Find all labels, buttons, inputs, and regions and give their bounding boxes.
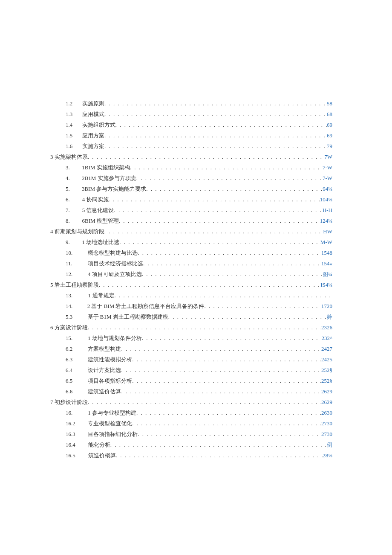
toc-entry-page: IS4⅛ bbox=[320, 279, 332, 290]
toc-entry-number: 6.2 bbox=[66, 343, 86, 354]
toc-leader-dots bbox=[99, 279, 320, 290]
toc-entry-page: 69 bbox=[327, 119, 332, 130]
toc-entry: 5.3BIM 参与方实施能力要求 94⅛ bbox=[50, 183, 332, 194]
toc-entry-label: 1 参与专业模型构建 bbox=[88, 407, 136, 418]
toc-entry-page: M-W bbox=[320, 237, 332, 247]
toc-entry-page: 图¼ bbox=[323, 269, 332, 279]
toc-leader-dots bbox=[88, 151, 324, 162]
toc-leader-dots bbox=[104, 98, 327, 109]
toc-entry-label: 专业模型检查优化 bbox=[88, 418, 132, 429]
toc-leader-dots bbox=[121, 386, 321, 397]
toc-entry-page: 2425 bbox=[321, 354, 332, 365]
toc-entry: 6.4设计方案比选 252§ bbox=[50, 365, 332, 375]
toc-entry-number: 8. bbox=[66, 215, 80, 226]
toc-leader-dots bbox=[136, 173, 323, 183]
toc-entry-number: 1.6 bbox=[66, 141, 80, 151]
toc-entry-number: 1.3 bbox=[66, 109, 80, 119]
toc-entry-label: 应用模式 bbox=[82, 109, 104, 119]
toc-entry-page: 2730 bbox=[321, 418, 332, 429]
toc-entry: 8.6BIM 模型管理 124⅛ bbox=[50, 215, 332, 226]
toc-entry-label: 4 前期策划与规划阶段 bbox=[50, 226, 104, 237]
toc-entry-label: 项目技术经济指标比选 bbox=[88, 258, 143, 269]
toc-entry-label: 5 岩土工程勘察阶段 bbox=[50, 279, 99, 290]
toc-entry-label: 建筑性能模拟分析 bbox=[88, 354, 132, 365]
toc-entry: 4 前期策划与规划阶段 HW bbox=[50, 226, 332, 237]
toc-entry-label: 7 初步设计阶段 bbox=[50, 397, 88, 407]
toc-leader-dots bbox=[88, 397, 321, 407]
toc-entry-label: 2 基于 BIM 岩土工程勘察信息平台应具备的条件 bbox=[87, 301, 205, 311]
toc-entry-number: 10. bbox=[66, 247, 86, 258]
toc-entry: 16.1 参与专业模型构建 2630 bbox=[50, 407, 332, 418]
toc-leader-dots bbox=[121, 365, 321, 375]
toc-leader-dots bbox=[104, 141, 327, 151]
toc-entry: 5.3基于 B1M 岩土工程勘察数据建模 妗 bbox=[50, 311, 332, 322]
toc-leader-dots bbox=[130, 162, 323, 173]
toc-entry-label: 实施方案 bbox=[82, 141, 104, 151]
toc-entry-label: 概念模型构建与比选 bbox=[88, 247, 138, 258]
toc-leader-dots bbox=[109, 194, 320, 205]
toc-entry-number: 7. bbox=[66, 205, 80, 215]
toc-leader-dots bbox=[110, 439, 327, 450]
toc-entry-number: 14. bbox=[66, 301, 86, 311]
toc-entry-label: 1 通常规定 bbox=[88, 290, 115, 301]
toc-leader-dots bbox=[119, 215, 320, 226]
toc-entry-page: 1720 bbox=[321, 301, 332, 311]
toc-entry-page: 58 bbox=[327, 98, 332, 109]
toc-entry-label: 6BIM 模型管理 bbox=[82, 215, 119, 226]
toc-entry-label: 实施原则 bbox=[82, 98, 104, 109]
toc-entry-label: 1 场地与规划条件分析 bbox=[88, 333, 142, 343]
toc-entry: 1.2实施原则58 bbox=[50, 98, 332, 109]
toc-entry: 6.6建筑造价估算 2629 bbox=[50, 386, 332, 397]
toc-entry-number: 5. bbox=[66, 183, 80, 194]
toc-entry-label: 4 协同实施 bbox=[82, 194, 109, 205]
toc-leader-dots bbox=[132, 354, 321, 365]
toc-leader-dots bbox=[88, 322, 321, 333]
toc-entry: 7 初步设计阶段 2629 bbox=[50, 397, 332, 407]
toc-entry-number: 3. bbox=[66, 162, 80, 173]
toc-leader-dots bbox=[146, 183, 323, 194]
toc-leader-dots bbox=[143, 258, 321, 269]
toc-entry-label: 建筑造价估算 bbox=[88, 386, 121, 397]
toc-entry: 6.3建筑性能模拟分析 2425 bbox=[50, 354, 332, 365]
toc-leader-dots bbox=[204, 301, 321, 311]
toc-entry-page: 2730 bbox=[321, 429, 332, 439]
toc-entry-number: 6.3 bbox=[66, 354, 86, 365]
toc-entry-number: 5.3 bbox=[66, 311, 86, 322]
toc-entry-page: 232^ bbox=[321, 333, 332, 343]
toc-entry-number: 16.5 bbox=[66, 450, 86, 461]
toc-entry: 6.5项目各项指标分析 252§ bbox=[50, 375, 332, 386]
toc-leader-dots bbox=[114, 205, 322, 215]
toc-entry-number: 4. bbox=[66, 173, 80, 183]
toc-entry: 1.6实施方案79 bbox=[50, 141, 332, 151]
toc-entry-number: 1.5 bbox=[66, 130, 80, 141]
toc-entry-number: 15. bbox=[66, 333, 86, 343]
toc-entry-page: 2326 bbox=[321, 322, 332, 333]
toc-entry-label: 6 方案设计阶段 bbox=[50, 322, 88, 333]
toc-entry: 3 实施架构体系 7W bbox=[50, 151, 332, 162]
toc-entry-page: 94⅛ bbox=[323, 183, 332, 194]
toc-entry-number: 9. bbox=[66, 237, 80, 247]
toc-entry: 9.1 场地选址比选 M-W bbox=[50, 237, 332, 247]
toc-leader-dots bbox=[142, 333, 322, 343]
toc-leader-dots bbox=[115, 119, 327, 130]
toc-entry: 16.2专业模型检查优化2730 bbox=[50, 418, 332, 429]
toc-entry: 1.3应用模式68 bbox=[50, 109, 332, 119]
toc-entry-label: 实施组织方式 bbox=[82, 119, 115, 130]
toc-entry: 1.4实施组织方式69 bbox=[50, 119, 332, 130]
toc-entry-label: 4 项目可研及立项比选 bbox=[88, 269, 142, 279]
toc-entry-number: 16.3 bbox=[66, 429, 86, 439]
toc-leader-dots bbox=[104, 109, 327, 119]
toc-leader-dots bbox=[168, 311, 327, 322]
toc-entry: 11.项目技术经济指标比选154« bbox=[50, 258, 332, 269]
toc-entry-number: 11. bbox=[66, 258, 86, 269]
toc-entry-label: 设计方案比选 bbox=[88, 365, 121, 375]
toc-entry-number: 16.2 bbox=[66, 418, 86, 429]
toc-entry-page: 妗 bbox=[327, 311, 332, 322]
toc-list: 1.2实施原则581.3应用模式681.4实施组织方式691.5应用方案691.… bbox=[50, 98, 332, 461]
toc-entry-label: 1 场地选址比选 bbox=[82, 237, 120, 247]
toc-entry: 6.4 协同实施 104⅛ bbox=[50, 194, 332, 205]
toc-entry-number: 6.6 bbox=[66, 386, 86, 397]
toc-entry-label: 2B1M 实施参与方职责 bbox=[82, 173, 136, 183]
toc-entry: 15.1 场地与规划条件分析 232^ bbox=[50, 333, 332, 343]
toc-entry-label: 方案模型构建 bbox=[88, 343, 121, 354]
